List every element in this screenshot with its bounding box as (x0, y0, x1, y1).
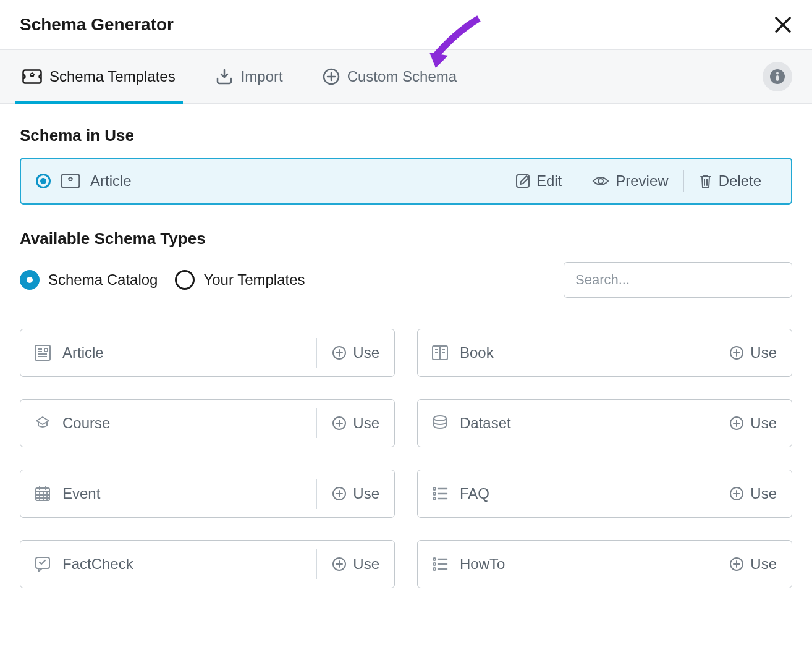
schema-label: Article (62, 344, 104, 361)
svg-point-24 (433, 563, 436, 565)
use-button[interactable]: Use (316, 479, 394, 509)
preview-label: Preview (615, 172, 668, 190)
import-icon (215, 69, 234, 85)
svg-point-19 (433, 497, 436, 500)
schema-label: FAQ (460, 485, 489, 502)
edit-icon (515, 174, 530, 188)
svg-rect-0 (23, 70, 41, 83)
edit-button[interactable]: Edit (501, 170, 577, 192)
preview-button[interactable]: Preview (577, 170, 683, 192)
radio-label: Schema Catalog (48, 271, 158, 289)
use-label: Use (750, 485, 777, 502)
svg-point-25 (433, 568, 436, 570)
schema-card: CourseUse (20, 399, 395, 447)
plus-circle-icon (332, 345, 347, 360)
use-label: Use (750, 555, 777, 573)
tab-custom-schema[interactable]: Custom Schema (315, 50, 464, 103)
article-icon (34, 344, 51, 361)
filter-row: Schema Catalog Your Templates (20, 262, 792, 298)
delete-button[interactable]: Delete (683, 170, 776, 192)
close-button[interactable] (774, 15, 792, 34)
schema-card-name: Dataset (431, 415, 714, 432)
schema-card: DatasetUse (417, 399, 792, 447)
eye-icon (592, 175, 609, 187)
schema-card-name: Event (34, 485, 316, 502)
radio-selected-icon (36, 174, 51, 188)
schema-card: BookUse (417, 329, 792, 377)
svg-point-17 (433, 488, 436, 490)
schema-in-use-name: Article (90, 172, 491, 190)
use-button[interactable]: Use (316, 549, 394, 579)
schema-card-name: Article (34, 344, 316, 361)
header: Schema Generator (0, 0, 812, 49)
schema-label: FactCheck (62, 555, 133, 573)
database-icon (431, 415, 449, 432)
plus-circle-icon (332, 557, 347, 572)
schema-label: Course (62, 415, 110, 432)
radio-unselected-icon (175, 270, 195, 290)
use-label: Use (353, 344, 379, 361)
schema-card: EventUse (20, 470, 395, 518)
ticket-icon (61, 174, 80, 188)
schema-card: FAQUse (417, 470, 792, 518)
list-icon (431, 555, 449, 573)
plus-circle-icon (332, 486, 347, 501)
schema-grid: ArticleUseBookUseCourseUseDatasetUseEven… (20, 329, 792, 588)
ticket-icon (22, 69, 42, 84)
svg-rect-5 (62, 175, 80, 188)
schema-card: FactCheckUse (20, 540, 395, 588)
graduation-icon (34, 415, 51, 432)
use-button[interactable]: Use (316, 408, 394, 438)
plus-circle-icon (729, 557, 744, 572)
plus-circle-icon (323, 68, 340, 85)
info-icon (770, 69, 785, 84)
svg-point-13 (434, 416, 446, 421)
use-button[interactable]: Use (714, 479, 792, 509)
search-input[interactable] (564, 262, 792, 298)
close-icon (774, 15, 792, 34)
tab-label: Import (241, 68, 283, 85)
tabs-bar: Schema Templates Import Custom Schema (0, 49, 812, 104)
schema-label: Event (62, 485, 100, 502)
use-button[interactable]: Use (316, 338, 394, 368)
radio-label: Your Templates (203, 271, 305, 289)
schema-card-name: HowTo (431, 555, 714, 573)
svg-rect-4 (776, 75, 779, 81)
svg-point-7 (598, 179, 603, 184)
schema-label: Book (460, 344, 494, 361)
schema-card-name: FAQ (431, 485, 714, 502)
trash-icon (699, 174, 713, 188)
use-label: Use (353, 485, 379, 502)
plus-circle-icon (729, 486, 744, 501)
use-label: Use (353, 415, 379, 432)
check-chat-icon (34, 555, 51, 573)
schema-label: HowTo (460, 555, 505, 573)
edit-label: Edit (536, 172, 562, 190)
section-title-in-use: Schema in Use (20, 126, 792, 145)
info-button[interactable] (763, 62, 792, 91)
radio-schema-catalog[interactable]: Schema Catalog (20, 270, 158, 290)
plus-circle-icon (729, 345, 744, 360)
radio-your-templates[interactable]: Your Templates (175, 270, 305, 290)
schema-card: HowToUse (417, 540, 792, 588)
list-icon (431, 485, 449, 502)
tab-label: Schema Templates (49, 68, 176, 85)
svg-point-18 (433, 492, 436, 495)
page-title: Schema Generator (20, 15, 174, 35)
use-label: Use (750, 415, 777, 432)
use-button[interactable]: Use (714, 549, 792, 579)
use-button[interactable]: Use (714, 338, 792, 368)
schema-card-name: Course (34, 415, 316, 432)
schema-card-name: Book (431, 344, 714, 361)
plus-circle-icon (332, 416, 347, 431)
schema-in-use-card[interactable]: Article Edit Preview Delete (20, 158, 792, 205)
svg-rect-8 (35, 345, 50, 360)
tab-import[interactable]: Import (208, 50, 290, 103)
svg-point-3 (776, 72, 779, 75)
tab-schema-templates[interactable]: Schema Templates (15, 50, 183, 103)
book-icon (431, 344, 449, 361)
use-button[interactable]: Use (714, 408, 792, 438)
plus-circle-icon (729, 416, 744, 431)
schema-card: ArticleUse (20, 329, 395, 377)
use-label: Use (353, 555, 379, 573)
